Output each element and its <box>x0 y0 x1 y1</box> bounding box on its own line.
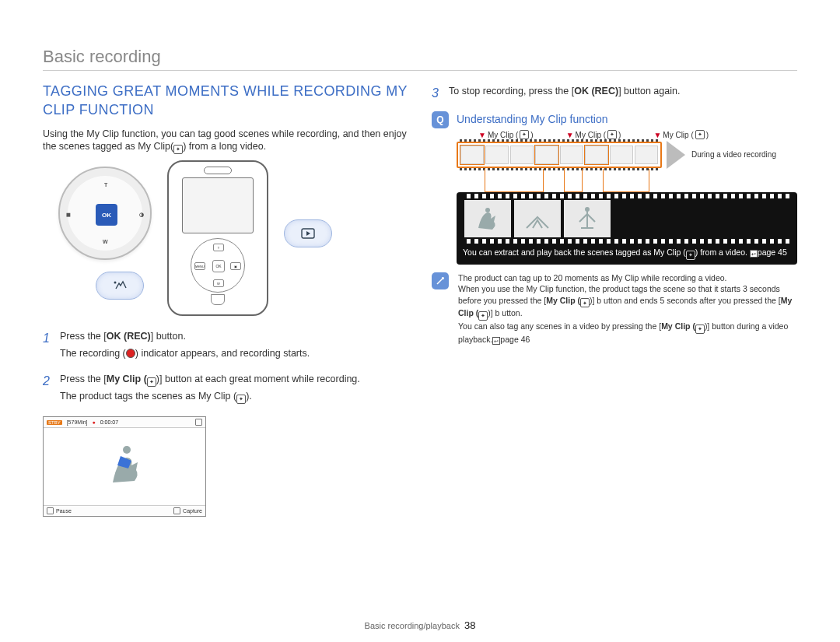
svg-point-4 <box>585 207 590 212</box>
page-ref-icon[interactable]: ↩ <box>492 337 500 345</box>
note-icon <box>432 272 449 289</box>
info-q-icon: Q <box>432 111 449 128</box>
source-filmstrip <box>457 142 662 168</box>
dpad-control: OK T W ◼ ◑ <box>58 167 152 260</box>
page-title: Basic recording <box>43 47 797 71</box>
info-understanding: Q Understanding My Clip function ▼My Cli… <box>432 111 797 265</box>
play-button <box>284 219 332 247</box>
myclip-icon: ✦ <box>607 130 617 139</box>
step-3: 3 To stop recording, press the [OK (REC)… <box>432 85 797 102</box>
lcd-preview: STBY [579Min] ● 0:00:07 HD Pause Capture <box>43 416 206 517</box>
myclip-icon: ✦ <box>147 377 156 387</box>
myclip-icon: ✦ <box>173 145 183 154</box>
svg-point-3 <box>485 208 490 212</box>
step-2: 2 Press the [My Clip (✦)] button at each… <box>43 373 408 407</box>
extract-connectors <box>474 169 797 192</box>
myclip-icon: ✦ <box>695 325 705 334</box>
step-number: 1 <box>43 330 52 363</box>
hd-label: HD <box>0 507 137 514</box>
right-column: 3 To stop recording, press the [OK (REC)… <box>432 82 797 517</box>
dpad-left-icon: ◼ <box>66 212 71 218</box>
svg-point-2 <box>123 446 131 454</box>
dpad-down-label: W <box>103 239 108 244</box>
section-title: TAGGING GREAT MOMENTS WHILE RECORDING MY… <box>43 82 408 120</box>
battery-icon <box>195 419 202 426</box>
myclip-button <box>96 272 144 300</box>
device-illustration: OK T W ◼ ◑ OK T W <box>51 167 401 322</box>
during-recording-label: During a video recording <box>691 150 776 160</box>
mini-menu-label: MENU <box>194 262 205 270</box>
marker-icon: ▼ <box>653 131 661 139</box>
page-number: 38 <box>464 619 475 631</box>
info-notes: The product can tag up to 20 moments as … <box>432 272 797 345</box>
step-number: 2 <box>43 373 52 407</box>
myclip-icon: ✦ <box>478 311 488 321</box>
note-text: When you use the My Clip function, the p… <box>458 283 797 321</box>
result-filmstrip: You can extract and play back the scenes… <box>457 192 797 265</box>
dpad-up-label: T <box>104 182 107 188</box>
remaining-time: [579Min] <box>67 419 88 425</box>
note-text: The product can tag up to 20 moments as … <box>458 272 797 283</box>
step-number: 3 <box>432 85 441 102</box>
note-text: You can also tag any scenes in a video b… <box>458 321 797 345</box>
left-column: TAGGING GREAT MOMENTS WHILE RECORDING MY… <box>43 82 408 517</box>
myclip-icon: ✦ <box>686 251 695 260</box>
ok-button-label: OK <box>96 204 117 226</box>
svg-point-0 <box>114 282 117 284</box>
page-ref-icon[interactable]: ↩ <box>750 250 758 258</box>
myclip-icon: ✦ <box>580 298 590 307</box>
info-title: Understanding My Clip function <box>457 113 797 125</box>
stby-badge: STBY <box>47 420 62 425</box>
step-1: 1 Press the [OK (REC)] button. The recor… <box>43 330 408 363</box>
capture-icon <box>173 507 180 514</box>
mini-ok-label: OK <box>212 260 225 272</box>
marker-icon: ▼ <box>478 131 486 139</box>
dpad-right-icon: ◑ <box>139 212 144 218</box>
marker-icon: ▼ <box>566 131 574 139</box>
myclip-icon: ✦ <box>520 130 529 139</box>
arrow-right-icon <box>667 141 685 169</box>
myclip-icon: ✦ <box>695 130 705 139</box>
camcorder-outline: OK T W MENU ▣ <box>167 160 268 316</box>
intro-text: Using the My Clip function, you can tag … <box>43 128 408 155</box>
record-indicator-icon <box>126 349 135 358</box>
rec-time: 0:00:07 <box>100 419 118 425</box>
page-footer: Basic recording/playback38 <box>0 619 840 631</box>
myclip-icon: ✦ <box>236 395 246 404</box>
